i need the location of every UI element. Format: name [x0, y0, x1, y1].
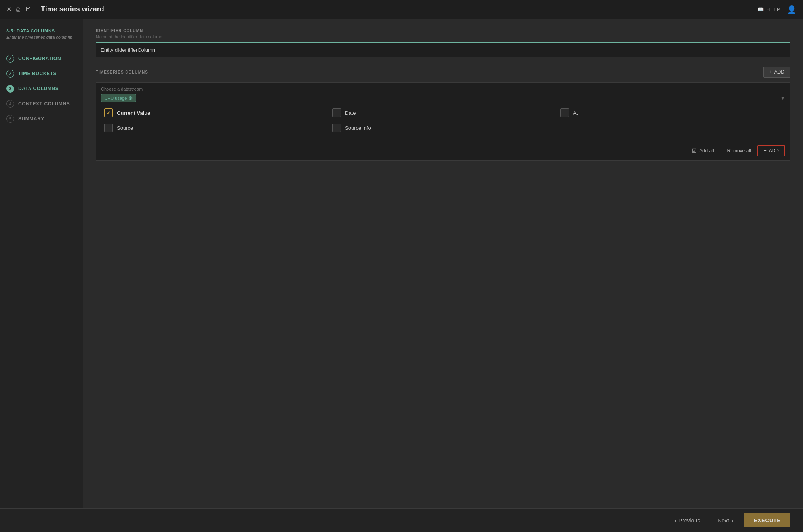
column-item-at[interactable]: At — [557, 107, 785, 119]
header: ✕ ⎙ 🖹 Time series wizard 📖 HELP 👤 — [0, 0, 803, 19]
checkbox-at[interactable] — [560, 108, 569, 117]
step-num-5: 5 — [6, 115, 14, 123]
timeseries-header-row: TIMESERIES COLUMNS + ADD — [96, 66, 790, 78]
identifier-section-label: IDENTIFIER COLUMN — [96, 28, 790, 33]
step-num-4: 4 — [6, 100, 14, 108]
sidebar-item-label-data-columns: DATA COLUMNS — [18, 86, 59, 91]
help-icon: 📖 — [757, 6, 764, 12]
datastream-label: Choose a datastream — [101, 87, 785, 91]
help-label: HELP — [766, 6, 780, 12]
add-button-top[interactable]: + ADD — [763, 66, 790, 78]
footer: ‹ Previous Next › EXECUTE — [0, 508, 803, 532]
sidebar-item-label-configuration: CONFIGURATION — [18, 56, 61, 61]
add-label-top: ADD — [774, 69, 784, 75]
timeseries-columns-section: TIMESERIES COLUMNS + ADD Choose a datast… — [96, 66, 790, 161]
checkbox-current-value[interactable] — [104, 108, 113, 117]
header-icons: ✕ ⎙ 🖹 — [6, 6, 31, 13]
columns-grid: Current Value Date At S — [101, 102, 785, 139]
previous-label: Previous — [679, 517, 700, 524]
check-icon: ✓ — [6, 55, 14, 63]
datastream-box: Choose a datastream CPU usage ⊗ ▼ Curren… — [96, 82, 790, 161]
step-header: 3/5: DATA COLUMNS Enter the timeseries d… — [0, 25, 83, 41]
column-name-current-value: Current Value — [117, 110, 150, 116]
next-arrow-icon: › — [731, 517, 733, 524]
identifier-column-section: IDENTIFIER COLUMN Name of the identifier… — [96, 28, 790, 66]
add-all-link[interactable]: ☑ Add all — [692, 148, 714, 154]
add-button-bottom[interactable]: + ADD — [757, 145, 785, 156]
next-button[interactable]: Next › — [711, 514, 739, 527]
datastream-select-row: CPU usage ⊗ ▼ — [101, 94, 785, 102]
identifier-input[interactable] — [96, 42, 790, 57]
column-item-date[interactable]: Date — [329, 107, 557, 119]
step-label: 3/5: DATA COLUMNS — [6, 28, 76, 33]
sidebar-item-label-summary: SUMMARY — [18, 116, 44, 122]
previous-button[interactable]: ‹ Previous — [668, 514, 706, 527]
column-item-source-info[interactable]: Source info — [329, 122, 557, 134]
column-name-source: Source — [117, 125, 133, 131]
plus-icon-top: + — [769, 69, 772, 75]
sidebar-item-data-columns[interactable]: 3 DATA COLUMNS — [0, 81, 83, 96]
sidebar-item-context-columns[interactable]: 4 CONTEXT COLUMNS — [0, 96, 83, 111]
bottom-actions: ☑ Add all — Remove all + ADD — [101, 142, 785, 156]
add-label-bottom: ADD — [769, 148, 779, 154]
next-label: Next — [717, 517, 729, 524]
column-name-at: At — [573, 110, 578, 116]
column-name-date: Date — [345, 110, 356, 116]
checkbox-date[interactable] — [332, 108, 341, 117]
sidebar-item-label-context-columns: CONTEXT COLUMNS — [18, 101, 70, 106]
sidebar: 3/5: DATA COLUMNS Enter the timeseries d… — [0, 19, 83, 508]
sidebar-item-configuration[interactable]: ✓ CONFIGURATION — [0, 51, 83, 66]
tag-text: CPU usage — [105, 96, 127, 101]
help-button[interactable]: 📖 HELP — [757, 6, 780, 12]
close-icon[interactable]: ✕ — [6, 6, 11, 13]
execute-button[interactable]: EXECUTE — [744, 513, 790, 527]
tag-remove-icon[interactable]: ⊗ — [128, 95, 133, 101]
check-icon-2: ✓ — [6, 70, 14, 78]
remove-all-link[interactable]: — Remove all — [720, 148, 751, 154]
column-item-source[interactable]: Source — [101, 122, 329, 134]
header-right: 📖 HELP 👤 — [757, 5, 797, 14]
page-title: Time series wizard — [41, 5, 104, 13]
main-layout: 3/5: DATA COLUMNS Enter the timeseries d… — [0, 19, 803, 508]
plus-icon-bottom: + — [764, 148, 767, 154]
select-arrow-icon: ▼ — [780, 95, 785, 101]
add-all-checkbox-icon: ☑ — [692, 148, 697, 154]
previous-arrow-icon: ‹ — [674, 517, 676, 524]
execute-label: EXECUTE — [754, 517, 781, 523]
identifier-section-sublabel: Name of the identifier data column — [96, 34, 790, 39]
step-desc: Enter the timeseries data columns — [6, 35, 76, 40]
save-icon[interactable]: 🖹 — [25, 6, 31, 13]
content-area: IDENTIFIER COLUMN Name of the identifier… — [83, 19, 803, 508]
add-all-label: Add all — [699, 148, 714, 154]
cpu-usage-tag[interactable]: CPU usage ⊗ — [101, 94, 136, 102]
sidebar-item-summary[interactable]: 5 SUMMARY — [0, 111, 83, 126]
user-icon[interactable]: 👤 — [787, 5, 797, 14]
column-name-source-info: Source info — [345, 125, 371, 131]
sidebar-item-time-buckets[interactable]: ✓ TIME BUCKETS — [0, 66, 83, 81]
sidebar-item-label-time-buckets: TIME BUCKETS — [18, 71, 57, 76]
checkbox-source[interactable] — [104, 124, 113, 132]
column-item-current-value[interactable]: Current Value — [101, 107, 329, 119]
print-icon[interactable]: ⎙ — [16, 6, 20, 13]
checkbox-source-info[interactable] — [332, 124, 341, 132]
remove-all-label: Remove all — [727, 148, 751, 154]
timeseries-section-label: TIMESERIES COLUMNS — [96, 70, 148, 74]
remove-all-icon: — — [720, 148, 725, 154]
step-num-3: 3 — [6, 85, 14, 93]
